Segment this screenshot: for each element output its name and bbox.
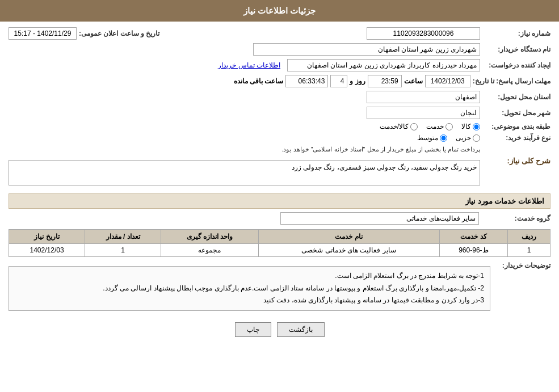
category-option-khedmat[interactable]: خدمت: [426, 123, 453, 130]
buyer-org-row: نام دستگاه خریدار:: [9, 43, 550, 56]
service-table: ردیف کد خدمت نام خدمت واحد اندازه گیری ت…: [9, 229, 550, 257]
delivery-province-label: استان محل تحویل:: [482, 93, 550, 101]
creator-row: ایجاد کننده درخواست: اطلاعات تماس خریدار: [9, 59, 550, 71]
cell-name: سایر فعالیت های خدماتی شخصی: [258, 244, 439, 257]
cell-code: ط-96-960: [439, 244, 508, 257]
need-number-row: شماره نیاز: تاریخ و ساعت اعلان عمومی:: [9, 27, 550, 40]
announcement-date-input: [9, 27, 77, 40]
delivery-city-row: شهر محل تحویل:: [9, 107, 550, 119]
deadline-days-label: روز و: [350, 77, 365, 85]
service-table-section: ردیف کد خدمت نام خدمت واحد اندازه گیری ت…: [9, 229, 550, 257]
category-row: طبقه بندی موضوعی: کالا خدمت کالا/خدمت: [9, 123, 550, 130]
buyer-org-input: [253, 43, 480, 56]
category-radio-kala[interactable]: [473, 123, 480, 130]
buyer-note-line-2: 2- تکمیل،مهر،امضا و بارگذاری برگ استعلام…: [15, 283, 484, 295]
col-qty: تعداد / مقدار: [85, 230, 161, 244]
col-row: ردیف: [508, 230, 550, 244]
cell-row: 1: [508, 244, 550, 257]
delivery-city-label: شهر محل تحویل:: [482, 109, 550, 117]
action-buttons: بازگشت چاپ: [9, 322, 550, 337]
creator-label: ایجاد کننده درخواست:: [482, 61, 550, 69]
announcement-date-label: تاریخ و ساعت اعلان عمومی:: [79, 29, 159, 37]
description-row: شرح کلی نیاز: خرید رنگ جدولی سفید، رنگ ج…: [9, 157, 550, 189]
main-content: شماره نیاز: تاریخ و ساعت اعلان عمومی: نا…: [0, 22, 559, 349]
delivery-province-input: [367, 91, 480, 103]
purchase-type-row: نوع فرآیند خرید: جزیی متوسط پرداخت تمام …: [9, 134, 550, 153]
purchase-type-note: پرداخت تمام یا بخشی از مبلغ خریدار از مح…: [281, 146, 480, 153]
service-group-label: گروه خدمت:: [482, 214, 550, 222]
col-unit: واحد اندازه گیری: [161, 230, 259, 244]
deadline-remaining-input: [285, 75, 328, 87]
need-number-input[interactable]: [367, 27, 480, 40]
category-option-kala[interactable]: کالا: [461, 123, 480, 130]
category-label: طبقه بندی موضوعی:: [482, 123, 550, 130]
page-header: جزئیات اطلاعات نیاز: [0, 0, 559, 22]
deadline-remaining-label: ساعت باقی مانده: [234, 77, 284, 85]
creator-input: [287, 59, 480, 71]
cell-date: 1402/12/03: [9, 244, 85, 257]
buyer-note-line-3: 3-در وارد کردن و مطابقت قیمتها در سامانه…: [15, 294, 484, 307]
category-radio-group: کالا خدمت کالا/خدمت: [380, 123, 480, 130]
description-section-label: شرح کلی نیاز:: [482, 157, 550, 165]
deadline-time-input: [368, 75, 402, 87]
buyer-notes-label: توضیحات خریدار:: [494, 262, 550, 269]
creator-contact-link[interactable]: اطلاعات تماس خریدار: [218, 61, 280, 69]
page-wrapper: جزئیات اطلاعات نیاز شماره نیاز: تاریخ و …: [0, 0, 559, 392]
category-label-khedmat: خدمت: [426, 123, 444, 130]
deadline-time-label: ساعت: [404, 77, 423, 85]
purchase-type-jozi[interactable]: جزیی: [456, 134, 480, 142]
category-label-kala-khedmat: کالا/خدمت: [380, 123, 409, 130]
col-code: کد خدمت: [439, 230, 508, 244]
buyer-note-line-1: 1-توجه به شرایط مندرج در برگ استعلام الز…: [15, 270, 484, 283]
purchase-label-jozi: جزیی: [456, 134, 471, 142]
purchase-radio-motevaset[interactable]: [440, 134, 447, 142]
table-header-row: ردیف کد خدمت نام خدمت واحد اندازه گیری ت…: [9, 230, 550, 244]
category-radio-kala-khedmat[interactable]: [410, 123, 418, 130]
purchase-label-motevaset: متوسط: [417, 134, 438, 142]
buyer-notes-content: 1-توجه به شرایط مندرج در برگ استعلام الز…: [9, 266, 490, 311]
back-button[interactable]: بازگشت: [277, 322, 325, 337]
deadline-label: مهلت ارسال پاسخ: تا تاریخ:: [473, 77, 550, 85]
print-button[interactable]: چاپ: [235, 322, 271, 337]
table-row: 1 ط-96-960 سایر فعالیت های خدماتی شخصی م…: [9, 244, 550, 257]
deadline-date-input: [425, 75, 470, 87]
col-name: نام خدمت: [258, 230, 439, 244]
purchase-type-options: جزیی متوسط: [281, 134, 480, 142]
buyer-notes-section: توضیحات خریدار: 1-توجه به شرایط مندرج در…: [9, 262, 550, 315]
cell-qty: 1: [85, 244, 161, 257]
description-textarea[interactable]: خرید رنگ جدولی سفید، رنگ جدولی سبز فسفری…: [9, 160, 480, 186]
purchase-type-label: نوع فرآیند خرید:: [482, 134, 550, 142]
category-label-kala: کالا: [461, 123, 471, 130]
cell-unit: مجموعه: [161, 244, 259, 257]
need-number-label: شماره نیاز:: [482, 29, 550, 37]
service-group-input: [280, 212, 479, 225]
deadline-days-input: [330, 75, 347, 87]
delivery-province-row: استان محل تحویل:: [9, 91, 550, 103]
category-option-kala-khedmat[interactable]: کالا/خدمت: [380, 123, 418, 130]
purchase-type-group: جزیی متوسط پرداخت تمام یا بخشی از مبلغ خ…: [281, 134, 480, 153]
service-group-row: گروه خدمت:: [9, 212, 550, 225]
purchase-type-motevaset[interactable]: متوسط: [417, 134, 447, 142]
purchase-radio-jozi[interactable]: [473, 134, 480, 142]
delivery-city-input: [367, 107, 480, 119]
service-info-title: اطلاعات خدمات مورد نیاز: [9, 193, 550, 209]
page-title: جزئیات اطلاعات نیاز: [243, 6, 316, 15]
category-radio-khedmat[interactable]: [445, 123, 453, 130]
buyer-org-label: نام دستگاه خریدار:: [482, 45, 550, 53]
col-date: تاریخ نیاز: [9, 230, 85, 244]
deadline-row: مهلت ارسال پاسخ: تا تاریخ: ساعت روز و سا…: [9, 75, 550, 87]
